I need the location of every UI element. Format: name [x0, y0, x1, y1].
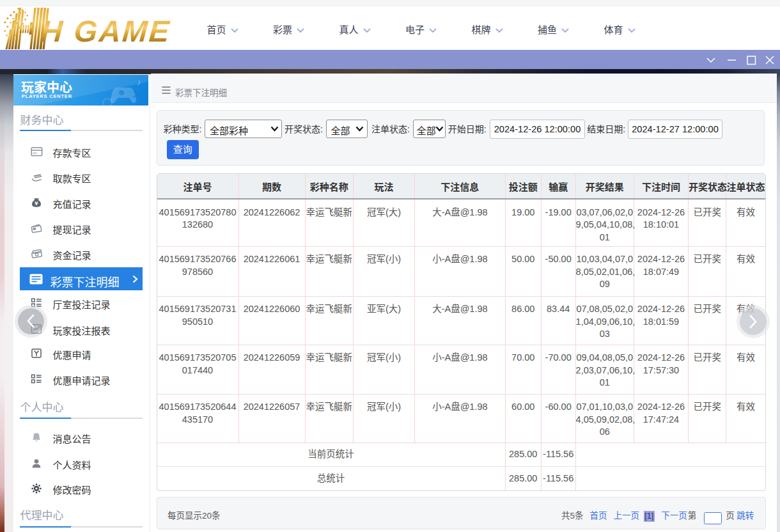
svg-text:￥: ￥ [34, 200, 39, 207]
